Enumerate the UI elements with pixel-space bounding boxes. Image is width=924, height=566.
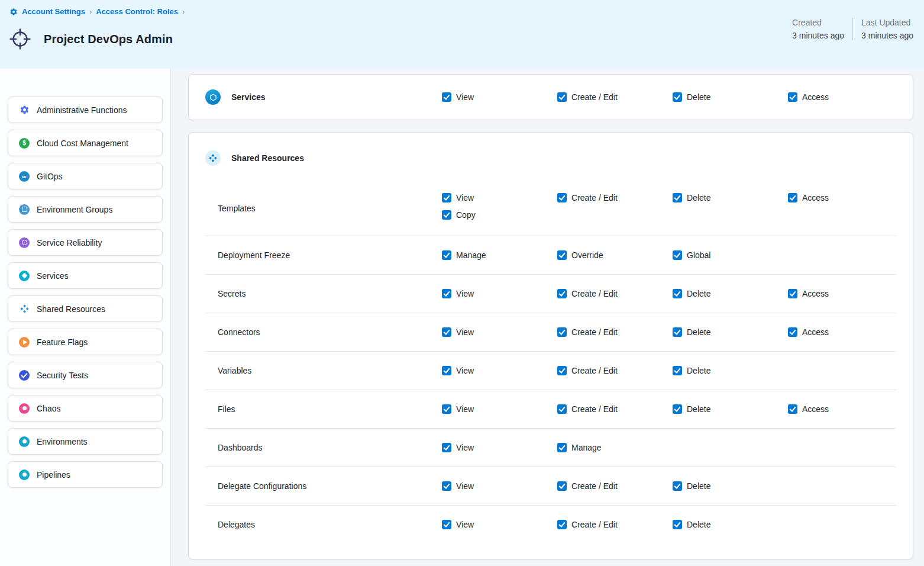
permission-row-deployment-freeze: Deployment Freeze Manage Override Global	[205, 236, 896, 274]
permission-check-delete[interactable]: Delete	[673, 404, 710, 414]
permission-check-access[interactable]: Access	[788, 193, 829, 202]
permission-cell: Delete	[673, 366, 788, 375]
sidebar-item-chaos[interactable]: Chaos	[8, 395, 163, 422]
permission-check-delete[interactable]: Delete	[673, 366, 710, 375]
permission-check-delete[interactable]: Delete	[673, 193, 710, 202]
permission-check-delete[interactable]: Delete	[673, 289, 710, 298]
permission-check-access[interactable]: Access	[788, 327, 829, 337]
permission-check-view[interactable]: View	[442, 289, 474, 298]
sidebar-item-label: Security Tests	[37, 371, 88, 380]
permission-check-view[interactable]: View	[442, 92, 474, 102]
sidebar-item-administrative-functions[interactable]: Administrative Functions	[8, 97, 163, 123]
permission-check-global[interactable]: Global	[673, 250, 710, 260]
checkbox-checked-icon[interactable]	[673, 193, 682, 202]
checkbox-checked-icon[interactable]	[673, 481, 682, 491]
checkbox-checked-icon[interactable]	[442, 327, 451, 337]
permission-check-view[interactable]: View	[442, 366, 474, 375]
checkbox-checked-icon[interactable]	[442, 366, 451, 375]
gitops-icon	[19, 171, 30, 182]
checkbox-checked-icon[interactable]	[442, 404, 451, 414]
permission-check-manage[interactable]: Manage	[442, 250, 486, 260]
sidebar-item-pipelines[interactable]: Pipelines	[8, 461, 163, 488]
permission-cell: View	[442, 366, 557, 375]
checkbox-checked-icon[interactable]	[442, 443, 451, 452]
checkbox-checked-icon[interactable]	[673, 327, 682, 337]
permission-cell: Access	[788, 193, 903, 202]
checkbox-checked-icon[interactable]	[788, 404, 797, 414]
checkbox-checked-icon[interactable]	[673, 250, 682, 260]
permission-check-create-edit[interactable]: Create / Edit	[557, 92, 618, 102]
permission-row-variables: Variables View Create / Edit Delete	[205, 351, 896, 390]
sidebar-item-label: Environment Groups	[37, 205, 112, 214]
sidebar-item-security-tests[interactable]: Security Tests	[8, 362, 163, 388]
breadcrumb-account-settings[interactable]: Account Settings	[22, 7, 85, 16]
permission-check-delete[interactable]: Delete	[673, 481, 710, 491]
sidebar-item-gitops[interactable]: GitOps	[8, 163, 163, 189]
permission-check-view[interactable]: View	[442, 404, 474, 414]
permission-check-create-edit[interactable]: Create / Edit	[557, 327, 618, 337]
checkbox-checked-icon[interactable]	[442, 193, 451, 202]
permission-check-access[interactable]: Access	[788, 404, 829, 414]
permission-check-view[interactable]: View	[442, 443, 474, 452]
permission-check-create-edit[interactable]: Create / Edit	[557, 366, 618, 375]
permission-check-access[interactable]: Access	[788, 289, 829, 298]
checkbox-checked-icon[interactable]	[673, 92, 682, 102]
checkbox-checked-icon[interactable]	[557, 92, 567, 102]
checkbox-checked-icon[interactable]	[788, 92, 797, 102]
permission-check-delete[interactable]: Delete	[673, 92, 710, 102]
checkbox-checked-icon[interactable]	[442, 92, 451, 102]
breadcrumb: Account Settings › Access Control: Roles…	[9, 7, 185, 16]
sidebar-item-shared-resources[interactable]: Shared Resources	[8, 295, 163, 322]
checkbox-checked-icon[interactable]	[557, 520, 567, 529]
permission-check-access[interactable]: Access	[788, 92, 829, 102]
sidebar-item-feature-flags[interactable]: Feature Flags	[8, 329, 163, 355]
sidebar-item-environments[interactable]: Environments	[8, 428, 163, 455]
checkbox-checked-icon[interactable]	[788, 327, 797, 337]
checkbox-checked-icon[interactable]	[557, 443, 567, 452]
checkbox-checked-icon[interactable]	[557, 366, 567, 375]
permission-check-create-edit[interactable]: Create / Edit	[557, 404, 618, 414]
sidebar-item-cloud-cost-management[interactable]: Cloud Cost Management	[8, 130, 163, 156]
permission-cell: Create / Edit	[557, 327, 673, 337]
checkbox-checked-icon[interactable]	[442, 210, 451, 220]
permission-row-delegates: Delegates View Create / Edit Delete	[205, 505, 896, 544]
permission-check-view[interactable]: View	[442, 193, 474, 202]
permission-check-create-edit[interactable]: Create / Edit	[557, 193, 618, 202]
checkbox-checked-icon[interactable]	[557, 193, 567, 202]
checkbox-checked-icon[interactable]	[557, 289, 567, 298]
permission-check-manage[interactable]: Manage	[557, 443, 602, 452]
checkbox-checked-icon[interactable]	[557, 481, 567, 491]
checkbox-checked-icon[interactable]	[673, 366, 682, 375]
checkbox-checked-icon[interactable]	[673, 520, 682, 529]
checkbox-label: Delete	[687, 481, 710, 491]
checkbox-checked-icon[interactable]	[673, 404, 682, 414]
checkbox-checked-icon[interactable]	[442, 481, 451, 491]
sidebar-item-service-reliability[interactable]: Service Reliability	[8, 229, 163, 256]
permission-cell: Override	[557, 250, 673, 260]
permission-cell: View	[442, 92, 557, 102]
checkbox-checked-icon[interactable]	[673, 289, 682, 298]
permission-check-create-edit[interactable]: Create / Edit	[557, 289, 618, 298]
permission-check-override[interactable]: Override	[557, 250, 603, 260]
permission-check-delete[interactable]: Delete	[673, 327, 710, 337]
checkbox-checked-icon[interactable]	[788, 193, 797, 202]
permission-check-delete[interactable]: Delete	[673, 520, 710, 529]
permission-check-copy[interactable]: Copy	[442, 210, 476, 220]
checkbox-checked-icon[interactable]	[557, 404, 567, 414]
breadcrumb-access-control-roles[interactable]: Access Control: Roles	[96, 7, 178, 16]
permission-check-view[interactable]: View	[442, 520, 474, 529]
checkbox-checked-icon[interactable]	[442, 520, 451, 529]
checkbox-checked-icon[interactable]	[788, 289, 797, 298]
checkbox-checked-icon[interactable]	[557, 250, 567, 260]
sidebar-item-environment-groups[interactable]: Environment Groups	[8, 196, 163, 223]
checkbox-checked-icon[interactable]	[442, 289, 451, 298]
checkbox-checked-icon[interactable]	[557, 327, 567, 337]
permission-check-view[interactable]: View	[442, 327, 474, 337]
checkbox-checked-icon[interactable]	[442, 250, 451, 260]
services-icon	[205, 89, 221, 105]
permission-check-view[interactable]: View	[442, 481, 474, 491]
sidebar-item-services[interactable]: Services	[8, 262, 163, 289]
permission-check-create-edit[interactable]: Create / Edit	[557, 481, 618, 491]
permission-check-create-edit[interactable]: Create / Edit	[557, 520, 618, 529]
checkbox-label: Create / Edit	[571, 92, 618, 102]
